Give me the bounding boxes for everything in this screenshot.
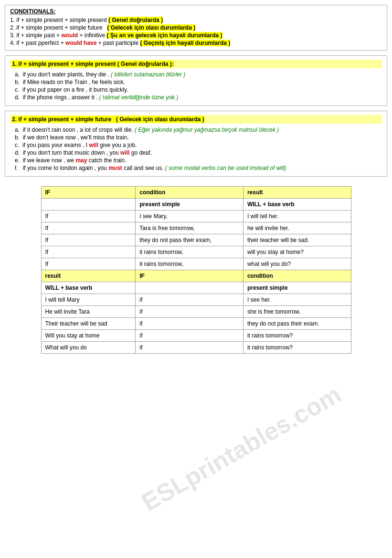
item1-num: 1. xyxy=(10,17,15,23)
bot-sh3: present simple xyxy=(243,282,351,294)
type2-ex-e-may: may xyxy=(75,157,87,164)
br5-c2: if xyxy=(136,342,244,354)
table-row: What will you do if it rains tomorrow? xyxy=(41,342,351,354)
overview-item-1: 1. if + simple present + simple present … xyxy=(10,17,382,23)
watermark: ESLprintables.com xyxy=(137,379,346,516)
table-top-subheader-row: present simple WILL + base verb xyxy=(41,199,351,211)
table-bottom-header-row: result IF condition xyxy=(41,270,351,282)
table-row: If they do not pass their exam, their te… xyxy=(41,234,351,246)
type2-ex-f: f. if you come to london again , you mus… xyxy=(15,165,382,171)
type2-ex-e: e. if we leave now , we may catch the tr… xyxy=(15,157,382,164)
br3-c1: Their teacher will be sad xyxy=(41,318,136,330)
tr2-c3: he will invite her. xyxy=(243,222,351,234)
top-sh3: WILL + base verb xyxy=(243,199,351,211)
br5-c1: What will you do xyxy=(41,342,136,354)
type1-header: 1. if + simple present + simple present … xyxy=(10,60,382,68)
conditionals-title: CONDITIONALS: xyxy=(10,8,382,15)
type1-ex-a: a. if you don't water plants, they die .… xyxy=(15,71,382,78)
type1-examples: a. if you don't water plants, they die .… xyxy=(10,71,382,101)
type2-ex-b: b. if we don't leave now , we'll miss th… xyxy=(15,134,382,141)
table-row: If it rains tomorrow, will you stay at h… xyxy=(41,246,351,258)
br1-c3: I see her. xyxy=(243,294,351,306)
type2-ex-f-note: ( some modal verbs can be used instead o… xyxy=(165,165,286,171)
type2-ex-d: d. if you don't turn that music down , y… xyxy=(15,149,382,156)
tr4-c2: it rains tomorrow, xyxy=(136,246,244,258)
br1-c1: I will tell Mary xyxy=(41,294,136,306)
tr2-c2: Tara is free tomorrow, xyxy=(136,222,244,234)
br4-c1: Will you stay at home xyxy=(41,330,136,342)
type1-ex-a-note: ( bitkileri sulamazsan ölürler ) xyxy=(111,71,185,78)
br5-c3: it rains tomorrow? xyxy=(243,342,351,354)
type2-ex-a-note: ( Eğer yakında yağmur yağmazsa birçok ma… xyxy=(135,126,279,133)
table-row: Their teacher will be sad if they do not… xyxy=(41,318,351,330)
overview-item-4: 4. if + past pperfect + would have + pas… xyxy=(10,40,382,46)
table-row: Will you stay at home if it rains tomorr… xyxy=(41,330,351,342)
top-h3: result xyxy=(243,187,351,199)
item3-num: 3. xyxy=(10,32,15,39)
item4-num: 4. xyxy=(10,40,15,46)
top-h1: IF xyxy=(41,187,136,199)
type2-examples: a. if it doesn't rain soon , a lot of cr… xyxy=(10,126,382,171)
table-bottom-subheader-row: WILL + base verb present simple xyxy=(41,282,351,294)
tr1-c1: If xyxy=(41,211,136,222)
type2-ex-c-will: will xyxy=(89,142,98,148)
tr1-c3: I will tell her. xyxy=(243,211,351,222)
table-top-header-row: IF condition result xyxy=(41,187,351,199)
type1-header-highlight: 1. if + simple present + simple present … xyxy=(12,61,174,67)
bot-h1: result xyxy=(41,270,136,282)
tr2-c1: If xyxy=(41,222,136,234)
item2-num: 2. xyxy=(10,24,15,31)
tr5-c2: it rains tomorrow, xyxy=(136,258,244,270)
overview-item-3: 3. if + simple past + would + infinitive… xyxy=(10,32,382,39)
br2-c1: He will invite Tara xyxy=(41,306,136,318)
tr3-c3: their teacher will be sad. xyxy=(243,234,351,246)
tr5-c3: what will you do? xyxy=(243,258,351,270)
type2-ex-d-will: will xyxy=(120,149,129,156)
type1-box: 1. if + simple present + simple present … xyxy=(5,55,387,106)
br4-c3: it rains tomorrow? xyxy=(243,330,351,342)
br2-c3: she is free tomorrow. xyxy=(243,306,351,318)
table-row: I will tell Mary if I see her. xyxy=(41,294,351,306)
top-sh1 xyxy=(41,199,136,211)
type2-ex-c: c. if you pass your exams , I will give … xyxy=(15,142,382,148)
table-row: If Tara is free tomorrow, he will invite… xyxy=(41,222,351,234)
type2-box: 2. if + simple present + simple future (… xyxy=(5,111,387,177)
item3-note: ( Şu an ve gelecek için hayali durumlard… xyxy=(106,32,222,39)
br3-c2: if xyxy=(136,318,244,330)
bot-sh2 xyxy=(136,282,244,294)
type2-header-highlight: 2. if + simple present + simple future (… xyxy=(12,116,204,123)
item1-note: ( Genel doğrularda ) xyxy=(108,17,163,23)
tr4-c1: If xyxy=(41,246,136,258)
table-section: IF condition result present simple WILL … xyxy=(5,186,387,354)
conditionals-table: IF condition result present simple WILL … xyxy=(41,186,351,354)
tr1-c2: I see Mary, xyxy=(136,211,244,222)
top-h2: condition xyxy=(136,187,244,199)
bot-h2: IF xyxy=(136,270,244,282)
table-row: If I see Mary, I will tell her. xyxy=(41,211,351,222)
item3-would: would xyxy=(61,32,78,39)
item4-would-have: would have xyxy=(65,40,96,46)
br1-c2: if xyxy=(136,294,244,306)
tr3-c2: they do not pass their exam, xyxy=(136,234,244,246)
type2-header: 2. if + simple present + simple future (… xyxy=(10,115,382,124)
item2-note: ( Gelecek için olası durumlarda ) xyxy=(107,24,195,31)
br2-c2: if xyxy=(136,306,244,318)
br4-c2: if xyxy=(136,330,244,342)
table-row: If it rains tomorrow, what will you do? xyxy=(41,258,351,270)
type2-ex-a: a. if it doesn't rain soon , a lot of cr… xyxy=(15,126,382,133)
type2-ex-f-must: must xyxy=(108,165,122,171)
table-row: He will invite Tara if she is free tomor… xyxy=(41,306,351,318)
conditionals-overview-box: CONDITIONALS: 1. if + simple present + s… xyxy=(5,5,387,51)
top-sh2: present simple xyxy=(136,199,244,211)
type1-ex-b: b. if Mike reads on the Train , he feels… xyxy=(15,79,382,85)
type1-ex-d-note: ( talimat verildiğinde özne yok.) xyxy=(99,94,178,101)
bot-h3: condition xyxy=(243,270,351,282)
item4-note: ( Geçmiş için hayali durumlarda ) xyxy=(140,40,230,46)
bot-sh1: WILL + base verb xyxy=(41,282,136,294)
overview-item-2: 2. if + simple present + simple future (… xyxy=(10,24,382,31)
tr3-c1: If xyxy=(41,234,136,246)
type1-ex-d: d. if the phone rings , answer it . ( ta… xyxy=(15,94,382,101)
tr4-c3: will you stay at home? xyxy=(243,246,351,258)
type1-ex-c: c. if you put paper on a fire , it burns… xyxy=(15,86,382,93)
conditionals-overview-list: 1. if + simple present + simple present … xyxy=(10,17,382,46)
